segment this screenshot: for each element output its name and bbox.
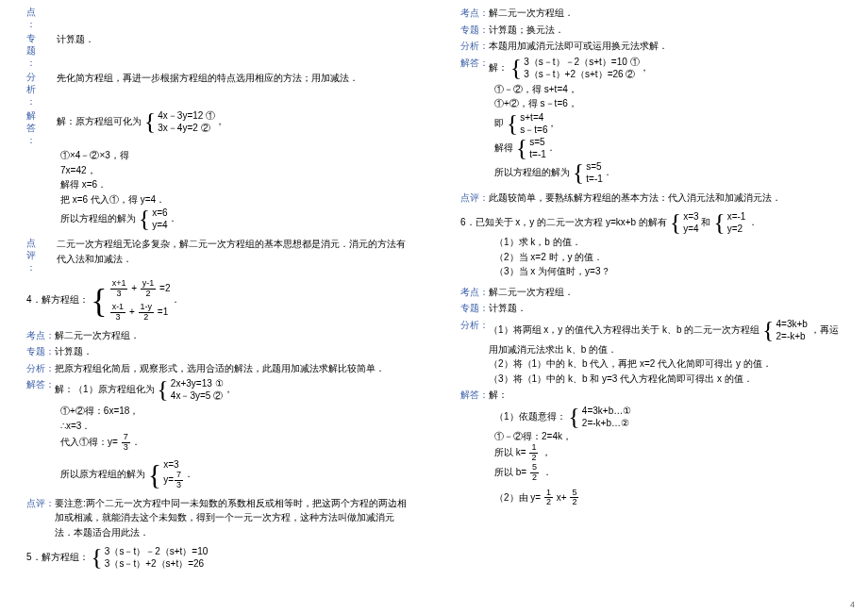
dianping-1: 点评： 二元一次方程组无论多复杂，解二元一次方程组的基本思想都是消元．消元的方法… [26, 237, 408, 273]
step-5: 所以方程组的解为 {x=6y=4． [60, 207, 408, 231]
question-6: 6．已知关于 x，y 的二元一次方程 y=kx+b 的解有 {x=3y=4 和 … [460, 210, 842, 235]
step-3: 解得 x=6． [60, 177, 408, 192]
question-5: 5．解方程组： {3（s－t）－2（s+t）=103（s－t）+2（s+t）=2… [26, 545, 408, 570]
fenxi-1: 分析： 先化简方程组，再进一步根据方程组的特点选用相应的方法；用加减法． [26, 71, 408, 108]
right-column: 考点：解二元一次方程组． 专题：计算题；换元法． 分析：本题用加减消元法即可或运… [434, 0, 868, 575]
step-62: 所以 k= 12 ， [494, 443, 842, 463]
zhuanti-5: 专题：计算题；换元法． [460, 23, 842, 38]
q6-sub3: （3）当 x 为何值时，y=3？ [494, 264, 842, 279]
step-54: 解得 {s=5t=-1． [494, 136, 842, 160]
step-52: ①+②，得 s－t=6， [494, 96, 842, 111]
step-51: ①－②，得 s+t=4， [494, 82, 842, 97]
dianping-4: 点评： 要注意:两个二元一次方程中同一未知数的系数相反或相等时，把这两个方程的两… [26, 496, 408, 540]
step-55: 所以方程组的解为 {s=5t=-1． [494, 160, 842, 185]
kaodian-6: 考点：解二元一次方程组． [460, 285, 842, 300]
step-44: 所以原方程组的解为 { x=3 y=73 ． [60, 458, 408, 490]
zhuanti-1: 专题： 计算题． [26, 32, 408, 69]
solve-prefix: 解：原方程组可化为 [57, 116, 142, 126]
question-4: 4．解方程组： { x+13 + y-12 =2 x-13 + 1-y2 =1 … [26, 279, 408, 323]
page-number: 4 [850, 600, 855, 609]
kaodian-5: 考点：解二元一次方程组． [460, 6, 842, 21]
jieda-5: 解答： 解： {3（s－t）－2（s+t）=10 ①3（s－t）+2（s+t）=… [460, 56, 842, 80]
jieda-1: 解答： 解：原方程组可化为 {4x－3y=12 ①3x－4y=2 ②， [26, 109, 408, 146]
step-41: ①+②得：6x=18， [60, 404, 408, 419]
dianping-5: 点评：此题较简单，要熟练解方程组的基本方法：代入消元法和加减消元法． [460, 191, 842, 206]
left-column: 点： 专题： 计算题． 分析： 先化简方程组，再进一步根据方程组的特点选用相应的… [0, 0, 434, 575]
fenxi-5: 分析：本题用加减消元法即可或运用换元法求解． [460, 39, 842, 54]
q6-sub1: （1）求 k，b 的值． [494, 235, 842, 250]
jieda-4: 解答： 解：（1）原方程组化为 {2x+3y=13 ①4x－3y=5 ②， [26, 377, 408, 402]
step-1: ①×4－②×3，得 [60, 148, 408, 163]
step-43: 代入①得：y= 73． [60, 433, 408, 453]
fenxi-4: 分析：把原方程组化简后，观察形式，选用合适的解法，此题用加减法求解比较简单． [26, 361, 408, 376]
step-60: （1）依题意得： {4=3k+b…①2=-k+b…② [494, 405, 842, 429]
zhuanti-6: 专题：计算题． [460, 301, 842, 316]
step-64: （2）由 y= 12 x+ 52 [494, 489, 842, 508]
q6-sub2: （2）当 x=2 时，y 的值． [494, 250, 842, 265]
step-63: 所以 b= 52 ． [494, 463, 842, 483]
kaodian-4: 考点：解二元一次方程组． [26, 328, 408, 343]
step-42: ∴x=3． [60, 419, 408, 434]
step-2: 7x=42， [60, 163, 408, 178]
step-4: 把 x=6 代入①，得 y=4． [60, 192, 408, 207]
zhuanti-4: 专题：计算题． [26, 344, 408, 359]
fenxi-6: 分析： （1）将两组 x，y 的值代入方程得出关于 k、b 的二元一次方程组 {… [460, 318, 842, 387]
step-61: ①－②得：2=4k， [494, 429, 842, 444]
step-53: 即 {s+t=4s－t=6， [494, 111, 842, 136]
jieda-6: 解答： 解： [460, 388, 842, 403]
label-dian: 点： [26, 6, 408, 30]
